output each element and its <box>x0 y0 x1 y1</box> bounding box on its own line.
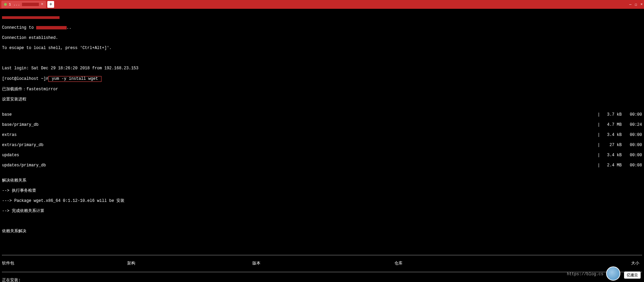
terminal-tab[interactable]: 1 ... × <box>1 1 46 8</box>
maximize-button[interactable]: ☐ <box>635 2 637 7</box>
line-resolve: --> 完成依赖关系计算 <box>2 209 642 214</box>
command-highlight: yum -y install wget <box>48 76 101 82</box>
line-resolve: 解决依赖关系 <box>2 178 642 183</box>
line-redact <box>2 15 642 20</box>
line-resolved: 依赖关系解决 <box>2 229 642 234</box>
status-dot-icon <box>4 3 7 6</box>
brand-logo: 亿速云 <box>624 272 641 279</box>
line-resolve: ---> Package wget.x86_64 0:1.12-10.el6 w… <box>2 198 642 204</box>
line-blank <box>2 56 642 61</box>
line-lastlogin: Last login: Sat Dec 29 18:26:20 2018 fro… <box>2 66 642 71</box>
tab-title: 1 ... <box>9 2 20 6</box>
line-prompt: [root@localhost ~]# yum -y install wget <box>2 76 642 82</box>
line-blank <box>2 239 642 244</box>
line-installing: 正在安装: <box>2 278 642 282</box>
line-blank <box>2 219 642 224</box>
table-header: 软件包 架构 版本 仓库 大小 <box>2 261 642 266</box>
line-resolve: --> 执行事务检查 <box>2 188 642 193</box>
line-connected: Connection established. <box>2 36 642 41</box>
window-controls: — ☐ × <box>629 2 643 7</box>
tab-bar: 1 ... × + — ☐ × <box>0 0 644 9</box>
repo-row: updates |3.4 kB00:00 <box>2 153 642 158</box>
watermark-url: https://blog.cs <box>567 272 603 277</box>
avatar-icon <box>606 266 620 281</box>
close-tab-button[interactable]: × <box>41 2 43 7</box>
repo-row: base |3.7 kB00:00 <box>2 112 642 117</box>
th-arch: 架构 <box>127 261 252 266</box>
line-connecting: Connecting to .. <box>2 25 642 30</box>
add-tab-button[interactable]: + <box>47 1 54 8</box>
repo-row: extras/primary_db |27 kB00:00 <box>2 143 642 148</box>
separator-icon <box>2 255 642 255</box>
separator-icon <box>2 272 642 272</box>
th-version: 版本 <box>252 261 394 266</box>
th-repo: 仓库 <box>394 261 516 266</box>
repo-row: updates/primary_db |2.4 MB00:08 <box>2 163 642 168</box>
redact-icon <box>22 3 39 6</box>
line-loaded: 已加载插件：fastestmirror <box>2 87 642 92</box>
th-size: 大小 <box>516 261 642 266</box>
repo-row: extras |3.4 kB00:00 <box>2 133 642 138</box>
line-setup: 设置安装进程 <box>2 97 642 102</box>
th-package: 软件包 <box>2 261 127 266</box>
minimize-button[interactable]: — <box>629 2 631 7</box>
line-escape: To escape to local shell, press 'Ctrl+Al… <box>2 46 642 51</box>
close-window-button[interactable]: × <box>640 2 643 7</box>
repo-row: base/primary_db |4.7 MB00:24 <box>2 122 642 127</box>
terminal-output[interactable]: Connecting to .. Connection established.… <box>0 9 644 282</box>
